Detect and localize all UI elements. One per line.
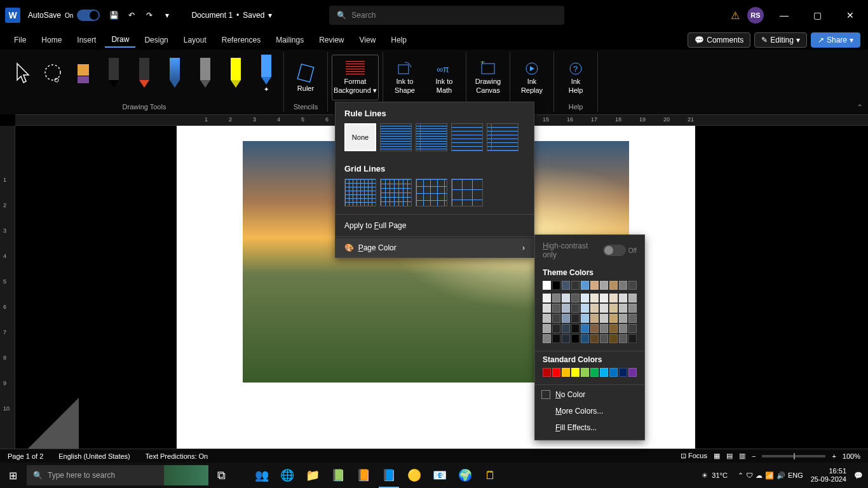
grid-medium[interactable] <box>416 179 447 207</box>
chrome-icon[interactable]: 🟡 <box>402 463 427 488</box>
theme-shade-swatch[interactable] <box>571 314 580 323</box>
tray-language[interactable]: ENG <box>788 471 803 479</box>
tray-wifi-icon[interactable]: 📶 <box>765 471 774 480</box>
pen-action[interactable]: ✦ <box>253 55 280 93</box>
theme-shade-swatch[interactable] <box>581 294 589 302</box>
rule-narrow[interactable] <box>380 123 412 151</box>
user-avatar[interactable]: RS <box>747 7 764 24</box>
theme-shade-swatch[interactable] <box>562 314 570 323</box>
theme-shade-swatch[interactable] <box>552 334 560 343</box>
theme-shade-swatch[interactable] <box>543 304 551 313</box>
theme-shade-swatch[interactable] <box>581 334 589 343</box>
ruler-vertical[interactable]: 12345678910 <box>0 126 15 461</box>
theme-shade-swatch[interactable] <box>628 294 637 302</box>
page-indicator[interactable]: Page 1 of 2 <box>8 452 43 460</box>
theme-color-swatch[interactable] <box>571 281 580 290</box>
theme-shade-swatch[interactable] <box>590 304 599 313</box>
rule-wide-margin[interactable] <box>487 123 519 151</box>
theme-shade-swatch[interactable] <box>543 294 551 302</box>
zoom-slider[interactable] <box>762 455 825 458</box>
undo-icon[interactable]: ↶ <box>123 6 140 24</box>
rule-narrow-margin[interactable] <box>416 123 447 151</box>
theme-shade-swatch[interactable] <box>609 314 618 323</box>
share-button[interactable]: ↗ Share ▾ <box>811 32 860 48</box>
theme-color-swatch[interactable] <box>600 281 608 290</box>
autosave-toggle[interactable]: AutoSave On <box>28 10 100 21</box>
theme-shade-swatch[interactable] <box>581 314 589 323</box>
theme-shade-swatch[interactable] <box>562 294 570 302</box>
theme-shade-swatch[interactable] <box>619 314 627 323</box>
pencil-gray[interactable] <box>192 55 219 93</box>
theme-shade-swatch[interactable] <box>609 334 618 343</box>
standard-color-swatch[interactable] <box>590 368 599 377</box>
select-tool[interactable] <box>9 55 36 93</box>
zoom-out-button[interactable]: − <box>752 452 756 460</box>
theme-shade-swatch[interactable] <box>628 304 637 313</box>
maximize-button[interactable]: ▢ <box>804 6 830 25</box>
tray-onedrive-icon[interactable]: ☁ <box>756 471 763 480</box>
print-layout-icon[interactable]: ▤ <box>726 452 733 460</box>
tab-insert[interactable]: Insert <box>71 33 102 47</box>
theme-shade-swatch[interactable] <box>600 324 608 333</box>
explorer-icon[interactable]: 📁 <box>300 463 325 488</box>
focus-mode-button[interactable]: ⊡ Focus <box>681 452 707 460</box>
excel-icon[interactable]: 📗 <box>325 463 351 488</box>
teams-icon[interactable]: 👥 <box>249 463 275 488</box>
theme-color-swatch[interactable] <box>581 281 589 290</box>
read-mode-icon[interactable]: ▦ <box>714 452 720 460</box>
eraser-tool[interactable] <box>70 55 97 93</box>
ink-to-shape-button[interactable]: Ink to Shape <box>387 55 423 100</box>
pen-red[interactable] <box>131 55 158 93</box>
theme-shade-swatch[interactable] <box>543 314 551 323</box>
clock[interactable]: 16:51 25-09-2024 <box>811 467 846 484</box>
autosave-switch[interactable] <box>77 10 100 21</box>
theme-shade-swatch[interactable] <box>600 334 608 343</box>
word-taskbar-icon[interactable]: 📘 <box>376 463 402 488</box>
theme-shade-swatch[interactable] <box>552 324 560 333</box>
minimize-button[interactable]: — <box>771 6 797 25</box>
theme-shade-swatch[interactable] <box>571 324 580 333</box>
standard-color-swatch[interactable] <box>609 368 618 377</box>
theme-shade-swatch[interactable] <box>571 294 580 302</box>
theme-color-swatch[interactable] <box>609 281 618 290</box>
tab-mailings[interactable]: Mailings <box>269 33 310 47</box>
theme-shade-swatch[interactable] <box>600 304 608 313</box>
standard-color-swatch[interactable] <box>581 368 589 377</box>
tab-draw[interactable]: Draw <box>105 32 135 48</box>
browser-icon[interactable]: 🌍 <box>452 463 478 488</box>
task-view-icon[interactable]: ⧉ <box>208 463 234 488</box>
tab-home[interactable]: Home <box>35 33 68 47</box>
ink-help-button[interactable]: ? Ink Help <box>558 55 593 100</box>
standard-color-swatch[interactable] <box>552 368 560 377</box>
theme-shade-swatch[interactable] <box>562 334 570 343</box>
tab-help[interactable]: Help <box>384 33 413 47</box>
fill-effects-item[interactable]: Fill Effects... <box>535 419 644 436</box>
theme-shade-swatch[interactable] <box>581 304 589 313</box>
theme-shade-swatch[interactable] <box>609 304 618 313</box>
tab-design[interactable]: Design <box>138 33 174 47</box>
theme-shade-swatch[interactable] <box>590 294 599 302</box>
theme-shade-swatch[interactable] <box>600 314 608 323</box>
tab-view[interactable]: View <box>353 33 383 47</box>
tab-file[interactable]: File <box>8 33 32 47</box>
ink-replay-button[interactable]: Ink Replay <box>514 55 550 100</box>
theme-shade-swatch[interactable] <box>590 324 599 333</box>
theme-shade-swatch[interactable] <box>562 324 570 333</box>
theme-shade-swatch[interactable] <box>552 294 560 302</box>
theme-shade-swatch[interactable] <box>609 294 618 302</box>
document-title[interactable]: Document 1 • Saved ▾ <box>191 11 272 20</box>
standard-color-swatch[interactable] <box>571 368 580 377</box>
theme-shade-swatch[interactable] <box>590 334 599 343</box>
theme-shade-swatch[interactable] <box>619 324 627 333</box>
notes-icon[interactable]: 🗒 <box>478 463 503 488</box>
warning-icon[interactable]: ⚠ <box>731 10 740 22</box>
language-indicator[interactable]: English (United States) <box>58 452 130 460</box>
ink-to-math-button[interactable]: ∞π Ink to Math <box>426 55 462 100</box>
theme-shade-swatch[interactable] <box>628 334 637 343</box>
taskbar-search[interactable]: 🔍 Type here to search <box>27 465 208 485</box>
theme-shade-swatch[interactable] <box>571 334 580 343</box>
web-layout-icon[interactable]: ▥ <box>739 452 745 460</box>
more-colors-item[interactable]: More Colors... <box>535 403 644 419</box>
tab-references[interactable]: References <box>215 33 267 47</box>
theme-shade-swatch[interactable] <box>581 324 589 333</box>
